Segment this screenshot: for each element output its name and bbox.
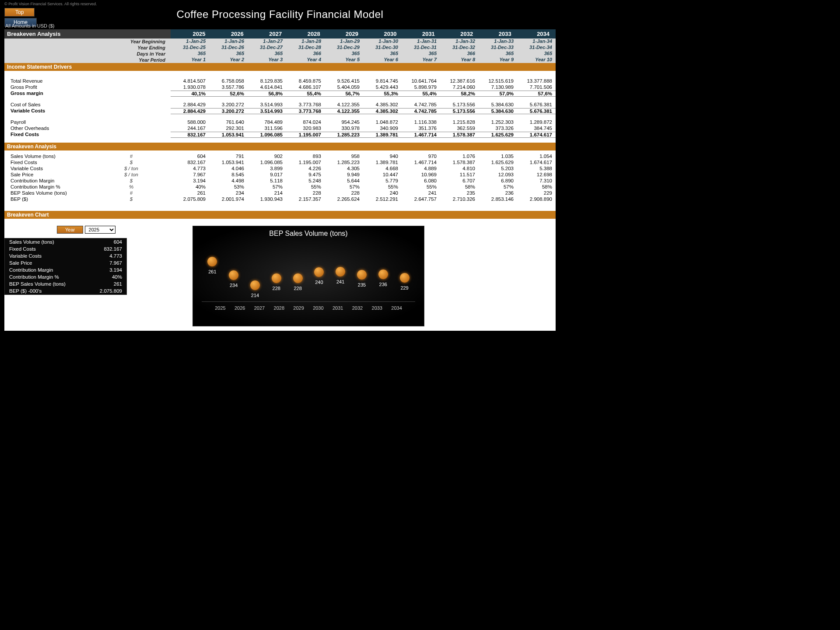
meta-cell: 31-Dec-32 xyxy=(440,45,479,51)
data-cell: 7.967 xyxy=(171,172,209,177)
meta-cell: Year 3 xyxy=(248,57,286,63)
year-col: 2029 xyxy=(324,31,362,37)
meta-cell: 1-Jan-26 xyxy=(209,38,248,45)
chart-value-label: 228 xyxy=(288,286,308,291)
data-cell: 4.668 xyxy=(363,166,402,171)
data-cell: 832.167 xyxy=(171,160,209,165)
data-cell: 7.214.060 xyxy=(440,84,479,90)
data-cell: 2.884.429 xyxy=(171,102,209,107)
data-cell: 214 xyxy=(248,190,286,196)
data-cell: 5.429.443 xyxy=(363,84,402,90)
data-cell: 241 xyxy=(402,190,440,196)
data-cell: 57,0% xyxy=(479,91,517,97)
chart-x-label: 2032 xyxy=(348,305,367,311)
summary-value: 7.967 xyxy=(109,260,122,266)
row-label: Contribution Margin xyxy=(4,178,92,183)
meta-cell: 1-Jan-34 xyxy=(517,38,556,45)
summary-row: Variable Costs4.773 xyxy=(5,252,126,259)
data-cell: 3.514.993 xyxy=(248,102,286,107)
meta-cell: 1-Jan-25 xyxy=(171,38,209,45)
data-cell: 240 xyxy=(363,190,402,196)
meta-vals: 1-Jan-251-Jan-261-Jan-271-Jan-281-Jan-29… xyxy=(171,38,556,45)
data-cell: 588.000 xyxy=(171,119,209,125)
data-cell: 56,8% xyxy=(248,91,286,97)
data-cell: 4.814.507 xyxy=(171,78,209,84)
data-cell: 3.200.272 xyxy=(209,108,248,114)
top-button[interactable]: Top xyxy=(4,8,35,17)
data-cell: 9.949 xyxy=(325,172,363,177)
row-label: Sale Price xyxy=(4,172,92,177)
data-cell: 9.475 xyxy=(286,172,325,177)
data-cell: 4.742.785 xyxy=(402,108,440,114)
dot-icon xyxy=(378,270,388,279)
chart-value-label: 235 xyxy=(352,282,371,287)
data-cell: 8.129.835 xyxy=(248,78,286,84)
data-cell: 228 xyxy=(286,190,325,196)
data-cell: 1.195.007 xyxy=(286,160,325,165)
data-cell: 6.707 xyxy=(440,178,479,183)
chart-value-label: 228 xyxy=(267,286,286,291)
summary-label: Variable Costs xyxy=(9,253,42,259)
chart-value-label: 236 xyxy=(374,282,393,287)
summary-label: BEP ($) -000's xyxy=(9,288,42,294)
data-cell: 1.467.714 xyxy=(402,132,440,138)
data-cell: 236 xyxy=(479,190,517,196)
data-cell: 311.596 xyxy=(248,126,286,131)
meta-cell: 365 xyxy=(325,51,363,57)
data-cell: 2.884.429 xyxy=(171,108,209,114)
summary-row: Sales Volume (tons)604 xyxy=(5,238,126,245)
year-col: 2033 xyxy=(476,31,514,37)
data-cell: 351.376 xyxy=(402,126,440,131)
year-col: 2032 xyxy=(438,31,476,37)
data-cell: 52,6% xyxy=(209,91,248,97)
meta-label: Year Ending xyxy=(4,45,171,51)
data-cell: 4.773 xyxy=(171,166,209,171)
data-cell: 8.545 xyxy=(209,172,248,177)
chart-x-label: 2029 xyxy=(289,305,308,311)
data-cell: 791 xyxy=(209,154,248,159)
year-columns: 2025202620272028202920302031203220332034 xyxy=(171,31,553,37)
meta-block: Year Beginning1-Jan-251-Jan-261-Jan-271-… xyxy=(4,38,556,63)
row-label: BEP Sales Volume (tons) xyxy=(4,190,92,196)
meta-cell: 1-Jan-30 xyxy=(363,38,402,45)
data-cell: 4.385.302 xyxy=(363,102,402,107)
data-cell: 3.194 xyxy=(171,178,209,183)
data-cell: 902 xyxy=(248,154,286,159)
row-label: Payroll xyxy=(4,119,92,125)
data-cell: 229 xyxy=(517,190,556,196)
meta-cell: Year 1 xyxy=(171,57,209,63)
page-title: Coffee Processing Facility Financial Mod… xyxy=(4,8,556,21)
data-cell: 9.814.745 xyxy=(363,78,402,84)
data-cell: 4.742.785 xyxy=(402,102,440,107)
chart-point: 214 xyxy=(245,280,265,296)
meta-cell: 1-Jan-32 xyxy=(440,38,479,45)
data-cell: 5.384.630 xyxy=(479,108,517,114)
data-cell: 55,4% xyxy=(402,91,440,97)
data-cell: 12.093 xyxy=(479,172,517,177)
chart-header: Breakeven Chart xyxy=(4,211,556,219)
data-cell: 4.498 xyxy=(209,178,248,183)
data-cell: 1.625.629 xyxy=(479,132,517,138)
data-cell: 4.046 xyxy=(209,166,248,171)
summary-value: 2.075.809 xyxy=(100,288,122,294)
data-cell: 320.983 xyxy=(286,126,325,131)
data-cell: 12.387.616 xyxy=(440,78,479,84)
row-unit: % xyxy=(92,184,171,189)
summary-row: BEP Sales Volume (tons)261 xyxy=(5,280,126,287)
meta-cell: 365 xyxy=(479,51,517,57)
year-col: 2031 xyxy=(400,31,438,37)
dot-icon xyxy=(336,267,345,276)
data-cell: 10.641.764 xyxy=(402,78,440,84)
year-select[interactable]: 2025 xyxy=(85,226,116,234)
dot-icon xyxy=(357,270,367,280)
chart-x-label: 2025 xyxy=(210,305,230,311)
chart-value-label: 241 xyxy=(331,279,350,284)
year-button[interactable]: Year xyxy=(57,226,83,234)
data-cell: 4.614.841 xyxy=(248,84,286,90)
summary-row: Contribution Margin %40% xyxy=(5,273,126,280)
data-cell: 7.130.989 xyxy=(479,84,517,90)
data-cell: 5.644 xyxy=(325,178,363,183)
data-cell: 5.388 xyxy=(517,166,556,171)
data-cell: 1.048.872 xyxy=(363,119,402,125)
meta-cell: 31-Dec-29 xyxy=(325,45,363,51)
